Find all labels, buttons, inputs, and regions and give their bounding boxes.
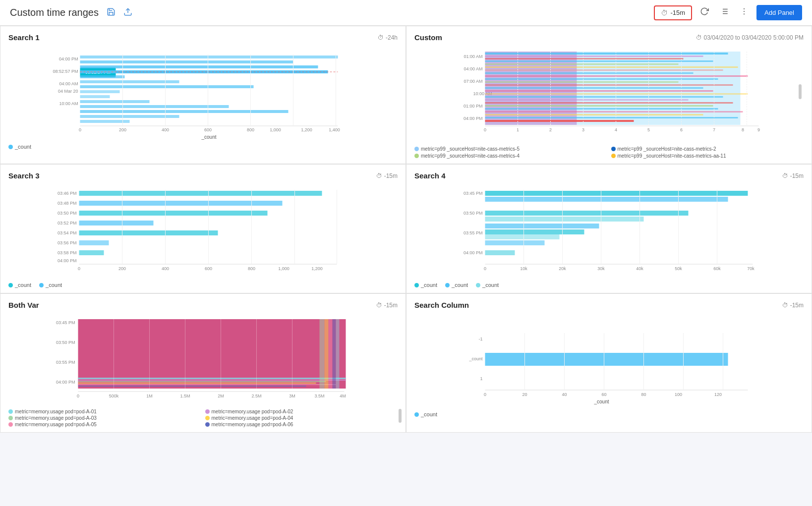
svg-rect-64: [485, 75, 748, 77]
svg-text:0: 0: [77, 394, 79, 398]
export-button[interactable]: [121, 6, 134, 19]
svg-text:2.5M: 2.5M: [251, 394, 261, 398]
svg-text:200: 200: [119, 127, 126, 132]
svg-text:04:00 PM: 04:00 PM: [56, 380, 75, 385]
legend-label: _count: [452, 282, 468, 288]
panel-scrollbar[interactable]: [799, 84, 802, 99]
panel-search4-time: ⏱ -15m: [782, 172, 804, 179]
panel-custom-legend: metric=p99 _sourceHost=nite-cass-metrics…: [414, 146, 804, 159]
svg-rect-30: [80, 120, 130, 123]
legend-item: metric=memory.usage pod=pod-A-02: [205, 409, 398, 414]
page-title: Custom time ranges: [10, 7, 99, 18]
svg-rect-60: [485, 63, 679, 65]
legend-dot: [8, 416, 13, 420]
legend-item: metric=memory.usage pod=pod-A-05: [8, 422, 201, 427]
legend-dot: [8, 409, 13, 414]
svg-text:04:00 PM: 04:00 PM: [464, 250, 483, 255]
svg-rect-169: [329, 319, 333, 389]
settings-button[interactable]: [717, 5, 732, 20]
svg-text:03:55 PM: 03:55 PM: [464, 230, 483, 235]
svg-rect-67: [485, 84, 733, 86]
panel-search4-legend: _count _count _count: [414, 282, 804, 288]
legend-scrollbar[interactable]: [399, 409, 402, 423]
search4-svg: 03:45 PM 03:50 PM 03:55 PM 04:00 PM 0 10…: [414, 184, 804, 278]
svg-text:70k: 70k: [747, 266, 754, 271]
clock-icon: ⏱: [696, 34, 702, 41]
legend-label: _count: [421, 282, 437, 288]
svg-text:1M: 1M: [146, 394, 153, 398]
svg-rect-22: [80, 80, 179, 83]
legend-item: metric=p99 _sourceHost=nite-cass-metrics…: [611, 153, 804, 159]
svg-rect-135: [485, 217, 644, 222]
svg-text:03:45 PM: 03:45 PM: [464, 191, 483, 196]
panel-bothvar-time: ⏱ -15m: [376, 302, 398, 309]
legend-label: metric=p99 _sourceHost=nite-cass-metrics…: [618, 146, 716, 152]
legend-label: metric=p99 _sourceHost=nite-cass-metrics…: [421, 153, 520, 159]
svg-text:1.5M: 1.5M: [180, 394, 190, 398]
legend-item: _count: [8, 282, 31, 288]
more-button[interactable]: [737, 5, 752, 20]
svg-rect-17: [80, 56, 338, 58]
svg-rect-27: [80, 105, 229, 108]
svg-rect-72: [485, 99, 689, 101]
panel-search3-chart: 03:46 PM 03:48 PM 03:50 PM 03:52 PM 03:5…: [8, 184, 398, 278]
legend-label: metric=memory.usage pod=pod-A-04: [212, 415, 293, 421]
svg-text:1: 1: [480, 376, 482, 381]
panel-search1-chart: 04:00 PM 08:52:57 PM 04:00 AM 04 Mar 20 …: [8, 46, 398, 140]
svg-text:08:52:57 PM: 08:52:57 PM: [53, 69, 78, 74]
clock-icon: ⏱: [378, 34, 384, 41]
svg-text:100: 100: [675, 392, 682, 397]
panel-bothvar-chart: 03:45 PM 03:50 PM 03:55 PM 04:00 PM: [8, 313, 398, 405]
svg-text:7: 7: [713, 127, 715, 132]
svg-rect-167: [320, 319, 325, 389]
svg-text:03:55 PM: 03:55 PM: [56, 360, 75, 365]
svg-rect-18: [80, 60, 293, 63]
svg-rect-112: [79, 240, 109, 245]
time-range-label: -15m: [670, 9, 685, 16]
svg-text:4M: 4M: [340, 394, 346, 398]
search1-svg: 04:00 PM 08:52:57 PM 04:00 AM 04 Mar 20 …: [8, 46, 398, 140]
svg-text:03:52 PM: 03:52 PM: [58, 221, 77, 225]
panel-search4: Search 4 ⏱ -15m 03:45 PM 03:50 PM 03:55 …: [406, 164, 812, 293]
legend-label: metric=memory.usage pod=pod-A-02: [212, 409, 293, 414]
svg-text:400: 400: [162, 266, 169, 271]
svg-rect-111: [79, 230, 218, 235]
legend-item: metric=memory.usage pod=pod-A-04: [205, 415, 398, 421]
panel-search1-time: ⏱ -24h: [378, 34, 398, 41]
time-range-button[interactable]: ⏱ -15m: [654, 5, 692, 20]
svg-text:03:58 PM: 03:58 PM: [58, 250, 77, 255]
panel-custom-time: ⏱ 03/04/2020 to 03/04/2020 5:00:00 PM: [696, 34, 804, 41]
legend-label: metric=p99 _sourceHost=nite-cass-metrics…: [618, 153, 726, 159]
panel-searchcolumn-time-label: -15m: [790, 302, 804, 309]
panel-search1-legend: _count: [8, 144, 398, 150]
legend-label: metric=p99 _sourceHost=nite-cass-metrics…: [421, 146, 520, 152]
svg-text:200: 200: [118, 266, 126, 271]
panel-search3-legend: _count _count: [8, 282, 398, 288]
save-button[interactable]: [105, 6, 117, 19]
svg-text:03:46 PM: 03:46 PM: [58, 191, 77, 196]
legend-item: metric=p99 _sourceHost=nite-cass-metrics…: [611, 146, 804, 152]
refresh-button[interactable]: [697, 5, 712, 20]
svg-rect-63: [485, 72, 694, 74]
svg-rect-20: [80, 70, 328, 73]
svg-rect-133: [485, 197, 728, 202]
legend-dot: [414, 147, 419, 151]
svg-rect-109: [79, 211, 268, 216]
legend-item: _count: [39, 282, 62, 288]
legend-dot: [414, 154, 419, 158]
svg-rect-66: [485, 81, 679, 83]
svg-text:3M: 3M: [289, 394, 295, 398]
legend-dot: [8, 283, 13, 287]
svg-rect-58: [485, 58, 684, 59]
svg-text:20k: 20k: [559, 266, 566, 271]
panel-bothvar-time-label: -15m: [384, 302, 398, 309]
svg-rect-70: [485, 93, 748, 95]
svg-rect-69: [485, 90, 713, 92]
svg-text:_count: _count: [201, 134, 216, 140]
add-panel-button[interactable]: Add Panel: [756, 5, 802, 20]
svg-rect-171: [336, 319, 340, 389]
legend-item: _count: [476, 282, 499, 288]
svg-rect-29: [80, 115, 179, 118]
svg-rect-61: [485, 66, 738, 68]
panel-search4-title: Search 4: [414, 171, 446, 180]
